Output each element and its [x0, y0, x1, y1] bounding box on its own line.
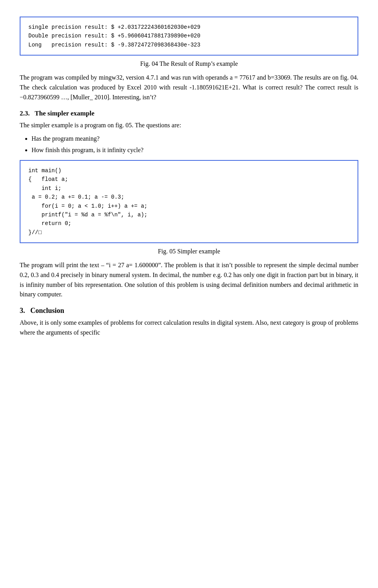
section3-title: Conclusion: [30, 307, 64, 314]
subsection-title: The simpler example: [35, 110, 94, 117]
section3-number: 3.: [20, 307, 25, 314]
code-block-rump: single precision result: $ +2.0317222436…: [20, 17, 358, 56]
bullet-item-1: Has the program meaning?: [32, 134, 358, 144]
code-line-3: Long precision result: $ -9.387247270983…: [28, 41, 350, 49]
paragraph-simpler-intro: The simpler example is a program on fig.…: [20, 121, 358, 130]
code-line-2: Double precision result: $ +5.9606041788…: [28, 32, 350, 40]
code2-line-13: return 0;: [28, 219, 350, 228]
code2-line-7: a = 0.2; a += 0.1; a -= 0.3;: [28, 193, 350, 201]
code2-line-2: { float a;: [28, 175, 350, 184]
fig04-caption: Fig. 04 The Result of Rump’s example: [20, 60, 358, 67]
bullet-item-2: How finish this program, is it infinity …: [32, 145, 358, 155]
paragraph-rump-description: The program was compiled by mingw32, ver…: [20, 73, 358, 102]
questions-list: Has the program meaning? How finish this…: [32, 134, 358, 155]
code2-line-11: printf("i = %d a = %f\n", i, a);: [28, 210, 350, 219]
code-block-simpler: int main() { float a; int i; a = 0.2; a …: [20, 160, 358, 243]
fig05-caption: Fig. 05 Simpler example: [20, 248, 358, 255]
paragraph-simpler-analysis: The program will print the text – “i = 2…: [20, 261, 358, 300]
subsection-number: 2.3.: [20, 110, 30, 117]
code2-line-9: for(i = 0; a < 1.0; i++) a += a;: [28, 202, 350, 210]
code2-line-4: int i;: [28, 184, 350, 193]
section3-heading: 3. Conclusion: [20, 307, 358, 315]
code2-line-15: }//□: [28, 228, 350, 237]
code2-line-0: int main(): [28, 166, 350, 175]
paragraph-conclusion: Above, it is only some examples of probl…: [20, 318, 358, 338]
code-line-1: single precision result: $ +2.0317222436…: [28, 23, 350, 32]
subsection-heading-simpler: 2.3. The simpler example: [20, 110, 358, 117]
